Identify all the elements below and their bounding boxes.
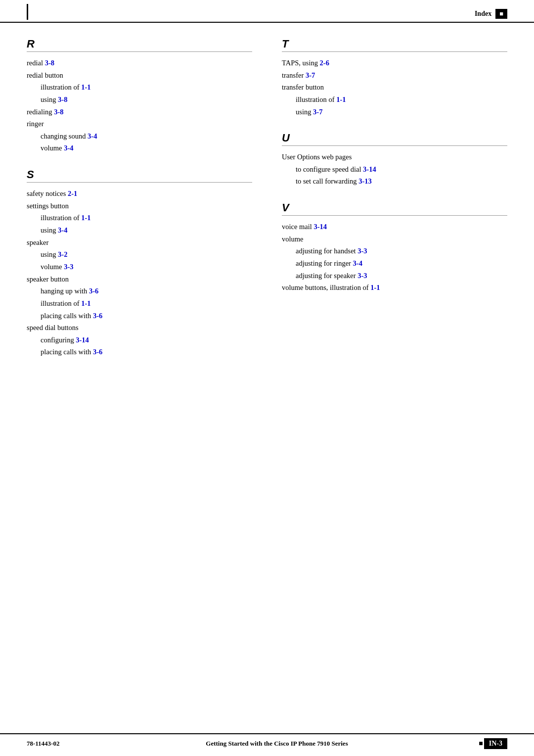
entry-speaker-button-hanging-up: hanging up with 3-6 [41, 285, 252, 297]
header-black-box: ■ [495, 9, 507, 19]
entry-voice-mail: voice mail 3-14 [282, 221, 507, 233]
section-V-letter: V [282, 201, 289, 214]
left-column: R redial 3-8 redial button illustration … [27, 38, 272, 372]
page: Index ■ R redial 3-8 redial button illus… [0, 0, 534, 756]
entry-user-options-speed-dial: to configure speed dial 3-14 [296, 163, 507, 176]
entry-ringer-changing-sound: changing sound 3-4 [41, 130, 252, 142]
section-T-header: T [282, 38, 507, 52]
section-R-header: R [27, 38, 252, 52]
top-left-marker [27, 4, 28, 20]
entry-speaker-button-illustration: illustration of 1-1 [41, 297, 252, 310]
entry-volume-ringer: adjusting for ringer 3-4 [296, 257, 507, 270]
entry-user-options: User Options web pages [282, 151, 507, 163]
entry-volume-buttons: volume buttons, illustration of 1-1 [282, 282, 507, 294]
entry-ringer: ringer [27, 118, 252, 130]
entry-speaker-button: speaker button [27, 273, 252, 285]
section-U-letter: U [282, 132, 290, 144]
entry-settings-button: settings button [27, 200, 252, 212]
entry-volume-handset: adjusting for handset 3-3 [296, 245, 507, 257]
header-index-label: Index [475, 10, 491, 18]
entry-ringer-volume: volume 3-4 [41, 142, 252, 154]
footer-page-label: ■ [479, 740, 483, 748]
section-T: T TAPS, using 2-6 transfer 3-7 transfer … [282, 38, 507, 118]
section-T-letter: T [282, 38, 288, 50]
entry-transfer: transfer 3-7 [282, 69, 507, 82]
section-R-letter: R [27, 38, 35, 50]
section-V: V voice mail 3-14 volume adjusting for h… [282, 201, 507, 294]
top-bar: Index ■ [0, 0, 534, 23]
entry-redialing: redialing 3-8 [27, 106, 252, 118]
entry-settings-button-using: using 3-4 [41, 224, 252, 236]
entry-user-options-call-forwarding: to set call forwarding 3-13 [296, 175, 507, 188]
entry-transfer-button-illustration: illustration of 1-1 [296, 94, 507, 106]
section-U-header: U [282, 132, 507, 146]
section-U: U User Options web pages to configure sp… [282, 132, 507, 188]
right-column: T TAPS, using 2-6 transfer 3-7 transfer … [272, 38, 507, 372]
footer-page-number: IN-3 [484, 738, 507, 749]
entry-taps-using: TAPS, using 2-6 [282, 57, 507, 69]
entry-redial-button: redial button [27, 69, 252, 82]
footer-page: ■ IN-3 [468, 738, 507, 749]
entry-speaker-button-placing-calls: placing calls with 3-6 [41, 310, 252, 322]
entry-speaker-using: using 3-2 [41, 248, 252, 261]
bottom-bar: 78-11443-02 Getting Started with the Cis… [0, 733, 534, 756]
entry-redial: redial 3-8 [27, 57, 252, 69]
main-content: R redial 3-8 redial button illustration … [0, 23, 534, 372]
entry-volume: volume [282, 233, 507, 245]
footer-doc-number: 78-11443-02 [27, 740, 86, 748]
top-bar-right: Index ■ [475, 9, 507, 19]
section-R: R redial 3-8 redial button illustration … [27, 38, 252, 154]
entry-speed-dial-placing-calls: placing calls with 3-6 [41, 346, 252, 358]
section-V-header: V [282, 201, 507, 216]
entry-speed-dial-configuring: configuring 3-14 [41, 334, 252, 346]
entry-settings-button-illustration: illustration of 1-1 [41, 212, 252, 224]
entry-transfer-button: transfer button [282, 81, 507, 94]
section-S: S safety notices 2-1 settings button ill… [27, 168, 252, 358]
section-S-letter: S [27, 168, 34, 181]
section-S-header: S [27, 168, 252, 183]
entry-safety-notices: safety notices 2-1 [27, 188, 252, 200]
entry-speaker: speaker [27, 236, 252, 249]
entry-volume-speaker: adjusting for speaker 3-3 [296, 270, 507, 282]
entry-redial-button-using: using 3-8 [41, 94, 252, 106]
footer-title: Getting Started with the Cisco IP Phone … [86, 740, 468, 748]
entry-speaker-volume: volume 3-3 [41, 261, 252, 273]
entry-redial-button-illustration: illustration of 1-1 [41, 81, 252, 94]
entry-transfer-button-using: using 3-7 [296, 106, 507, 118]
entry-speed-dial-buttons: speed dial buttons [27, 322, 252, 334]
